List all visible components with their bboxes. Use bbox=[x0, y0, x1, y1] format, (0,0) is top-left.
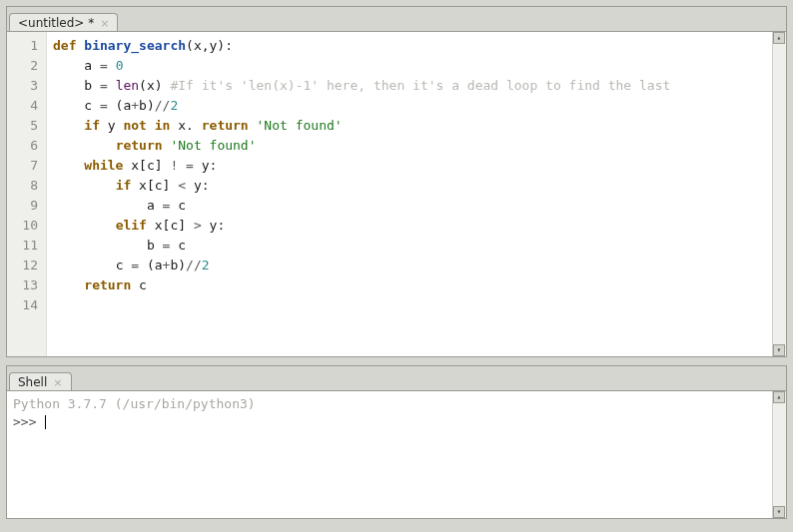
text-cursor-icon bbox=[45, 415, 46, 429]
code-line[interactable] bbox=[53, 295, 768, 315]
editor-vertical-scrollbar[interactable]: ▴ ▾ bbox=[772, 32, 786, 356]
close-icon[interactable]: × bbox=[53, 377, 62, 388]
line-number: 4 bbox=[11, 96, 38, 116]
code-line[interactable]: c = (a+b)//2 bbox=[53, 256, 768, 275]
code-line[interactable]: a = 0 bbox=[53, 56, 768, 76]
code-line[interactable]: while x[c] ! = y: bbox=[53, 156, 768, 176]
editor-tabbar: <untitled> * × bbox=[7, 7, 786, 31]
editor-tab[interactable]: <untitled> * × bbox=[9, 13, 118, 32]
shell-tab[interactable]: Shell × bbox=[9, 372, 72, 391]
close-icon[interactable]: × bbox=[100, 18, 109, 29]
scroll-down-icon[interactable]: ▾ bbox=[773, 506, 785, 518]
line-number: 1 bbox=[11, 36, 38, 56]
code-line[interactable]: b = c bbox=[53, 236, 768, 256]
editor-tab-title: <untitled> * bbox=[18, 16, 94, 30]
line-number: 3 bbox=[11, 76, 38, 96]
line-number: 7 bbox=[11, 156, 38, 176]
scroll-down-icon[interactable]: ▾ bbox=[773, 344, 785, 356]
code-line[interactable]: elif x[c] > y: bbox=[53, 216, 768, 236]
line-number: 10 bbox=[11, 216, 38, 236]
code-line[interactable]: c = (a+b)//2 bbox=[53, 96, 768, 116]
code-line[interactable]: def binary_search(x,y): bbox=[53, 36, 768, 56]
line-number: 11 bbox=[11, 236, 38, 256]
code-line[interactable]: b = len(x) #If it's 'len(x)-1' here, the… bbox=[53, 76, 768, 96]
line-number: 8 bbox=[11, 176, 38, 196]
line-number-gutter: 1234567891011121314 bbox=[7, 32, 47, 356]
editor-panel: <untitled> * × 1234567891011121314 def b… bbox=[6, 6, 787, 357]
line-number: 13 bbox=[11, 275, 38, 295]
line-number: 2 bbox=[11, 56, 38, 76]
code-line[interactable]: return 'Not found' bbox=[53, 136, 768, 156]
shell-vertical-scrollbar[interactable]: ▴ ▾ bbox=[772, 391, 786, 518]
code-line[interactable]: if y not in x. return 'Not found' bbox=[53, 116, 768, 136]
shell-prompt: >>> bbox=[13, 414, 44, 429]
shell-version-line: Python 3.7.7 (/usr/bin/python3) bbox=[13, 396, 256, 411]
scroll-up-icon[interactable]: ▴ bbox=[773, 32, 785, 44]
shell-tabbar: Shell × bbox=[7, 366, 786, 390]
editor-area: 1234567891011121314 def binary_search(x,… bbox=[7, 31, 786, 356]
code-line[interactable]: a = c bbox=[53, 196, 768, 216]
line-number: 6 bbox=[11, 136, 38, 156]
code-line[interactable]: return c bbox=[53, 275, 768, 295]
scroll-up-icon[interactable]: ▴ bbox=[773, 391, 785, 403]
shell-panel: Shell × Python 3.7.7 (/usr/bin/python3) … bbox=[6, 365, 787, 519]
code-editor[interactable]: def binary_search(x,y): a = 0 b = len(x)… bbox=[47, 32, 772, 356]
line-number: 5 bbox=[11, 116, 38, 136]
shell-output[interactable]: Python 3.7.7 (/usr/bin/python3) >>> bbox=[7, 391, 772, 518]
line-number: 12 bbox=[11, 256, 38, 275]
line-number: 14 bbox=[11, 295, 38, 315]
shell-tab-title: Shell bbox=[18, 375, 47, 389]
code-line[interactable]: if x[c] < y: bbox=[53, 176, 768, 196]
line-number: 9 bbox=[11, 196, 38, 216]
shell-area: Python 3.7.7 (/usr/bin/python3) >>> ▴ ▾ bbox=[7, 390, 786, 518]
